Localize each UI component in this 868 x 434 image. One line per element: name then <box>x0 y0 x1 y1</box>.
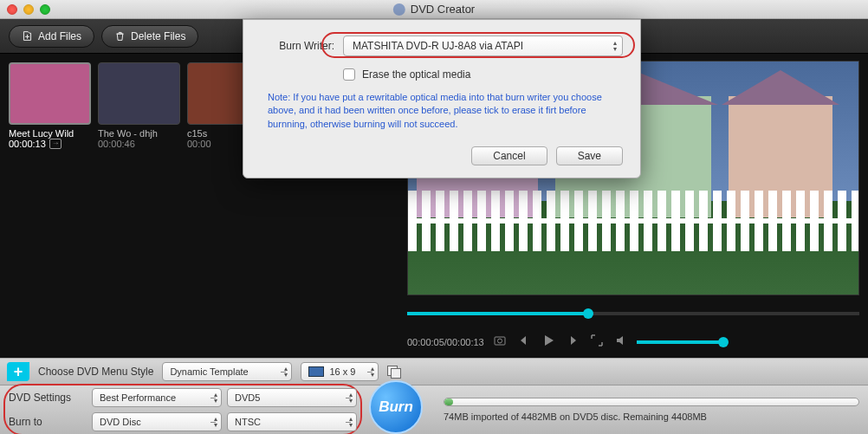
progress-text: 74MB imported of 4482MB on DVD5 disc. Re… <box>444 411 859 422</box>
template-select[interactable]: Dynamic Template▴▾ <box>162 362 292 381</box>
add-file-icon <box>22 30 33 42</box>
time-display: 00:00:05/00:00:13 <box>407 337 484 347</box>
close-icon[interactable] <box>7 4 17 15</box>
window-controls <box>7 4 50 15</box>
svg-point-1 <box>497 339 502 343</box>
disc-type-select[interactable]: DVD5▴▾ <box>227 388 357 407</box>
titlebar: DVD Creator <box>0 0 868 19</box>
clip-title: Meet Lucy Wild <box>9 128 91 139</box>
delete-icon <box>114 30 126 42</box>
export-icon[interactable] <box>49 139 62 149</box>
clip-duration: 00:00:46 <box>98 139 180 149</box>
add-files-button[interactable]: Add Files <box>9 25 94 48</box>
add-menu-button[interactable]: + <box>7 362 29 381</box>
snapshot-icon[interactable] <box>493 334 507 351</box>
menu-style-bar: + Choose DVD Menu Style Dynamic Template… <box>0 358 868 385</box>
burn-to-label: Burn to <box>9 416 87 428</box>
seek-slider[interactable] <box>407 312 859 315</box>
volume-slider[interactable] <box>637 340 723 344</box>
burn-writer-dialog: Burn Writer: MATSHITA DVD-R UJ-8A8 via A… <box>243 19 641 178</box>
minimize-icon[interactable] <box>23 4 34 15</box>
erase-checkbox[interactable] <box>343 68 355 81</box>
progress-bar <box>444 398 859 406</box>
prev-icon[interactable] <box>517 334 531 351</box>
dvd-settings-label: DVD Settings <box>9 392 87 404</box>
fullscreen-icon[interactable] <box>590 334 604 351</box>
volume-icon[interactable] <box>614 334 628 351</box>
erase-label: Erase the optical media <box>362 68 470 81</box>
delete-files-button[interactable]: Delete Files <box>101 25 198 48</box>
clip-duration: 00:00:13 <box>9 139 91 149</box>
aspect-icon <box>308 366 324 377</box>
next-icon[interactable] <box>566 334 580 351</box>
burn-writer-select[interactable]: MATSHITA DVD-R UJ-8A8 via ATAPI▴▾ <box>343 36 623 56</box>
maximize-icon[interactable] <box>40 4 50 15</box>
dialog-note: Note: If you have put a rewritable optic… <box>268 91 623 131</box>
burn-writer-label: Burn Writer: <box>261 40 334 52</box>
clip-title: The Wo - dhjh <box>98 128 180 139</box>
playback-bar <box>407 301 859 327</box>
window-title-text: DVD Creator <box>411 3 475 16</box>
quality-select[interactable]: Best Performance▴▾ <box>92 388 222 407</box>
menu-style-label: Choose DVD Menu Style <box>38 366 153 378</box>
burn-target-select[interactable]: DVD Disc▴▾ <box>92 412 222 431</box>
tv-standard-select[interactable]: NTSC▴▾ <box>227 412 357 431</box>
window-title: DVD Creator <box>393 3 475 16</box>
app-icon <box>393 3 405 16</box>
burn-button[interactable]: Burn <box>369 380 423 434</box>
play-icon[interactable] <box>541 334 555 351</box>
settings-block: DVD Settings Best Performance▴▾ DVD5▴▾ B… <box>9 387 357 432</box>
clip-item[interactable]: The Wo - dhjh 00:00:46 <box>98 62 180 149</box>
clip-item[interactable]: Meet Lucy Wild 00:00:13 <box>9 62 91 149</box>
progress-area: 74MB imported of 4482MB on DVD5 disc. Re… <box>444 398 859 422</box>
cancel-button[interactable]: Cancel <box>471 146 547 165</box>
delete-files-label: Delete Files <box>131 30 185 42</box>
duplicate-icon[interactable] <box>387 366 401 378</box>
clip-thumbnail <box>9 62 91 125</box>
svg-rect-0 <box>495 337 505 345</box>
burn-settings-bar: DVD Settings Best Performance▴▾ DVD5▴▾ B… <box>0 385 868 434</box>
add-files-label: Add Files <box>38 30 81 42</box>
playback-controls: 00:00:05/00:00:13 <box>407 332 859 353</box>
save-button[interactable]: Save <box>556 146 623 165</box>
clip-thumbnail <box>98 62 180 125</box>
aspect-select[interactable]: 16 x 9▴▾ <box>301 362 379 381</box>
